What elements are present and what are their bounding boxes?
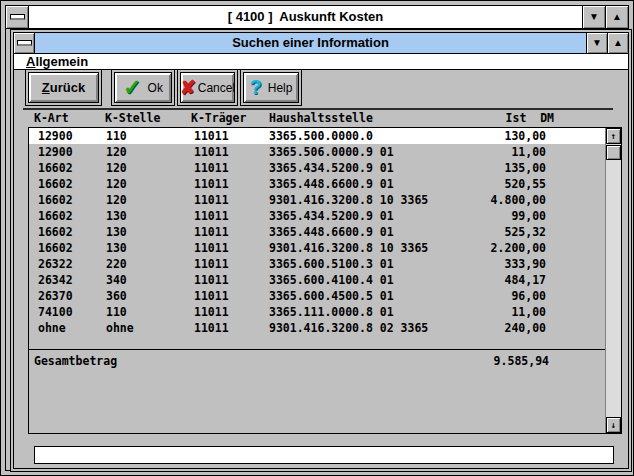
question-icon: ? (250, 78, 262, 97)
cell-ist-dm: 525,32 (29, 224, 546, 240)
header-ist-dm: Ist DM (14, 111, 554, 126)
toolbar-separator (23, 108, 613, 110)
help-button-frame: ? Help (240, 69, 302, 106)
ok-button[interactable]: ✓ Ok (114, 72, 172, 103)
auskunft-kosten-window: [ 4100 ] Auskunft Kosten ▼ ▲ Suchen eine… (0, 0, 634, 476)
cell-ist-dm: 11,00 (29, 144, 546, 160)
cancel-button-label: Cancel (198, 81, 235, 95)
cell-ist-dm: 135,00 (29, 160, 546, 176)
menu-item-allgemein[interactable]: Allgemein (23, 54, 91, 69)
cell-ist-dm: 520,55 (29, 176, 546, 192)
inner-titlebar: Suchen einer Information ▼ ▲ (14, 33, 628, 54)
table-row[interactable]: 26370360110113365.600.4500.5 0196,00 (29, 288, 605, 304)
scroll-up-button[interactable]: ↑ (606, 128, 621, 144)
vertical-scrollbar[interactable]: ↑ ↓ (605, 128, 621, 433)
x-icon: ✘ (180, 78, 196, 97)
total-value: 9.585,94 (29, 353, 549, 369)
inner-control-menu-button[interactable] (14, 33, 35, 53)
cell-ist-dm: 96,00 (29, 288, 546, 304)
outer-maximize-button[interactable]: ▲ (605, 6, 628, 28)
status-bar (34, 446, 614, 464)
cell-ist-dm: 2.200,00 (29, 240, 546, 256)
cancel-button-frame: ✘ Cancel (177, 69, 238, 106)
inner-maximize-button[interactable]: ▲ (607, 33, 628, 53)
table-row[interactable]: 16602120110119301.416.3200.8 10 33654.80… (29, 192, 605, 208)
cell-ist-dm: 130,00 (29, 128, 546, 144)
total-row: Gesamtbetrag 9.585,94 (29, 353, 605, 369)
menu-bar: Allgemein (14, 54, 628, 70)
help-button[interactable]: ? Help (243, 72, 299, 103)
check-icon: ✓ (123, 78, 141, 98)
table-row[interactable]: 16602130110113365.434.5200.9 0199,00 (29, 208, 605, 224)
cancel-button[interactable]: ✘ Cancel (180, 72, 235, 103)
scrollbar-thumb[interactable] (606, 145, 621, 160)
control-menu-icon (17, 40, 32, 46)
scroll-down-button[interactable]: ↓ (606, 417, 621, 433)
inner-minimize-button[interactable]: ▼ (586, 33, 607, 53)
inner-window: Suchen einer Information ▼ ▲ Allgemein Z… (10, 29, 632, 472)
help-button-label: Help (268, 81, 293, 95)
table-row[interactable]: 74100110110113365.111.0000.8 0111,00 (29, 304, 605, 320)
total-separator (29, 349, 605, 350)
table-row[interactable]: 16602120110113365.434.5200.9 01135,00 (29, 160, 605, 176)
ok-button-label: Ok (148, 81, 163, 95)
table-row[interactable]: 12900110110113365.500.0000.0130,00 (29, 128, 605, 144)
table-row[interactable]: 12900120110113365.506.0000.9 0111,00 (29, 144, 605, 160)
table-row[interactable]: 26342340110113365.600.4100.4 01484,17 (29, 272, 605, 288)
table-header-row: K-Art K-Stelle K-Träger Haushaltsstelle … (14, 111, 628, 126)
inner-window-title: Suchen einer Information (35, 33, 586, 53)
table-row[interactable]: ohneohne110119301.416.3200.8 02 3365240,… (29, 320, 605, 336)
cell-ist-dm: 99,00 (29, 208, 546, 224)
table-row[interactable]: 16602130110113365.448.6600.9 01525,32 (29, 224, 605, 240)
results-list-panel: 12900110110113365.500.0000.0130,00129001… (28, 127, 622, 434)
outer-titlebar: [ 4100 ] Auskunft Kosten ▼ ▲ (6, 6, 628, 29)
table-row[interactable]: 26322220110113365.600.5100.3 01333,90 (29, 256, 605, 272)
back-button-frame: Zurück (25, 69, 102, 106)
outer-control-menu-button[interactable] (6, 6, 29, 28)
table-row[interactable]: 16602120110113365.448.6600.9 01520,55 (29, 176, 605, 192)
ok-button-frame: ✓ Ok (111, 69, 175, 106)
cell-ist-dm: 333,90 (29, 256, 546, 272)
cell-ist-dm: 240,00 (29, 320, 546, 336)
control-menu-icon (10, 14, 25, 20)
back-button-label: Zurück (42, 80, 85, 95)
table-row[interactable]: 16602130110119301.416.3200.8 10 33652.20… (29, 240, 605, 256)
back-button[interactable]: Zurück (28, 72, 99, 103)
cell-ist-dm: 4.800,00 (29, 192, 546, 208)
outer-minimize-button[interactable]: ▼ (582, 6, 605, 28)
cell-ist-dm: 11,00 (29, 304, 546, 320)
outer-window-title: [ 4100 ] Auskunft Kosten (29, 6, 582, 28)
cell-ist-dm: 484,17 (29, 272, 546, 288)
